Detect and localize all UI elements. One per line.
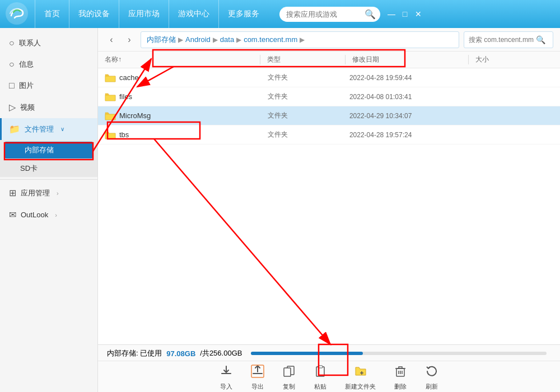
file-date-1: 2022-04-08 01:03:41 — [349, 93, 472, 101]
copy-icon — [282, 365, 296, 381]
sidebar-item-messages[interactable]: ○ 信息 — [0, 54, 97, 75]
file-name-3: tbs — [105, 130, 268, 139]
newfolder-label: 新建文件夹 — [345, 382, 376, 391]
back-button[interactable]: ‹ — [105, 33, 118, 46]
folder-icon-1 — [105, 92, 116, 101]
titlebar-search-icon[interactable]: 🔍 — [365, 9, 376, 20]
filemanager-expand-icon: ∨ — [60, 126, 64, 132]
refresh-label: 刷新 — [426, 382, 438, 391]
breadcrumb-android[interactable]: Android — [185, 35, 211, 44]
content-search-icon[interactable]: 🔍 — [536, 35, 545, 44]
toolbar: ‹ › 内部存储 ▶ Android ▶ data ▶ com.tencent.… — [98, 28, 560, 52]
file-name-1: files — [105, 92, 268, 101]
content-search-input[interactable] — [469, 36, 536, 44]
sidebar-item-video[interactable]: ▷ 视频 — [0, 96, 97, 118]
maximize-button[interactable]: □ — [400, 10, 409, 18]
sidebar-contacts-label: 联系人 — [19, 38, 41, 48]
file-name-0: cache — [105, 73, 268, 82]
col-size-header[interactable]: 大小 — [468, 55, 553, 64]
sidebar: ○ 联系人 ○ 信息 □ 图片 ▷ 视频 📁 文件管理 ∨ 内部存储 SD卡 ⊞… — [0, 28, 98, 392]
sidebar-item-appmanage[interactable]: ⊞ 应用管理 › — [0, 182, 97, 204]
sidebar-photos-label: 图片 — [19, 81, 34, 91]
sidebar-subitem-sdcard[interactable]: SD卡 — [0, 160, 97, 177]
newfolder-button[interactable]: 新建文件夹 — [345, 365, 376, 391]
bottom-actions: 导入 导出 复制 粘贴 — [98, 361, 560, 392]
delete-label: 删除 — [394, 382, 407, 391]
content-search[interactable]: 🔍 — [464, 31, 553, 48]
minimize-button[interactable]: — — [387, 10, 396, 18]
nav-appstore[interactable]: 应用市场 — [119, 0, 169, 28]
sidebar-appmanage-label: 应用管理 — [21, 188, 50, 198]
svg-rect-2 — [253, 373, 263, 374]
col-date-header[interactable]: 修改日期 — [345, 55, 469, 64]
breadcrumb-sep-2: ▶ — [213, 36, 218, 44]
outlook-icon: ✉ — [9, 209, 16, 220]
forward-button[interactable]: › — [123, 33, 136, 46]
file-date-3: 2022-04-28 19:57:24 — [349, 131, 472, 139]
statusbar: 内部存储: 已使用 97.08GB /共256.00GB 导入 — [98, 344, 560, 392]
storage-bar-fill — [251, 352, 363, 355]
storage-bar — [251, 352, 547, 355]
window-controls: — □ ✕ — [387, 10, 423, 18]
svg-rect-7 — [318, 366, 323, 368]
appmanage-icon: ⊞ — [9, 188, 16, 198]
sidebar-sub-items: 内部存储 SD卡 — [0, 140, 97, 177]
column-headers: 名称↑ 类型 修改日期 大小 — [98, 52, 560, 68]
breadcrumb-sep-1: ▶ — [178, 36, 183, 44]
nav-mydevice[interactable]: 我的设备 — [69, 0, 119, 28]
folder-icon-0 — [105, 73, 116, 82]
file-type-3: 文件夹 — [268, 130, 349, 139]
filemanager-icon: 📁 — [9, 124, 20, 134]
breadcrumb-data[interactable]: data — [220, 35, 234, 44]
breadcrumb-sep-3: ▶ — [236, 36, 241, 44]
close-button[interactable]: ✕ — [414, 10, 423, 18]
table-row[interactable]: MicroMsg 文件夹 2022-04-29 10:34:07 — [98, 106, 560, 125]
nav-home[interactable]: 首页 — [35, 0, 69, 28]
sidebar-item-outlook[interactable]: ✉ OutLook › — [0, 204, 97, 226]
nav-items: 首页 我的设备 应用市场 游戏中心 更多服务 — [35, 0, 268, 28]
newfolder-icon — [354, 365, 367, 381]
appmanage-arrow-icon: › — [57, 190, 59, 197]
nav-gamecenter[interactable]: 游戏中心 — [169, 0, 219, 28]
refresh-button[interactable]: 刷新 — [425, 365, 438, 391]
breadcrumb-sep-4: ▶ — [300, 36, 305, 44]
sidebar-item-photos[interactable]: □ 图片 — [0, 75, 97, 96]
outlook-arrow-icon: › — [55, 212, 57, 218]
import-icon — [220, 365, 233, 381]
nav-moreservices[interactable]: 更多服务 — [219, 0, 268, 28]
messages-icon: ○ — [9, 59, 15, 69]
col-type-header[interactable]: 类型 — [260, 55, 345, 64]
sidebar-item-filemanager[interactable]: 📁 文件管理 ∨ — [0, 118, 97, 140]
titlebar-search[interactable]: 🔍 — [279, 7, 380, 22]
sidebar-subitem-internal[interactable]: 内部存储 — [4, 142, 93, 158]
paste-button[interactable]: 粘贴 — [314, 365, 327, 391]
sidebar-filemanager-label: 文件管理 — [25, 124, 54, 134]
file-date-0: 2022-04-28 19:59:44 — [349, 74, 472, 82]
table-row[interactable]: tbs 文件夹 2022-04-28 19:57:24 — [98, 125, 560, 144]
breadcrumb[interactable]: 内部存储 ▶ Android ▶ data ▶ com.tencent.mm ▶ — [141, 31, 459, 48]
breadcrumb-package[interactable]: com.tencent.mm — [244, 35, 297, 44]
sidebar-video-label: 视频 — [20, 102, 35, 113]
file-type-0: 文件夹 — [268, 73, 349, 82]
svg-rect-6 — [316, 367, 324, 376]
svg-point-0 — [6, 2, 28, 25]
table-row[interactable]: cache 文件夹 2022-04-28 19:59:44 — [98, 68, 560, 87]
folder-icon-2 — [105, 111, 116, 120]
refresh-icon — [425, 365, 438, 381]
import-button[interactable]: 导入 — [220, 365, 233, 391]
storage-label: 内部存储: 已使用 — [107, 348, 162, 358]
file-type-2: 文件夹 — [268, 111, 349, 120]
photos-icon: □ — [9, 81, 15, 91]
svg-rect-5 — [284, 368, 291, 376]
paste-label: 粘贴 — [314, 382, 326, 391]
paste-icon — [314, 365, 327, 381]
titlebar-search-input[interactable] — [286, 10, 365, 18]
sidebar-item-contacts[interactable]: ○ 联系人 — [0, 32, 97, 54]
breadcrumb-internal[interactable]: 内部存储 — [147, 35, 176, 45]
copy-button[interactable]: 复制 — [282, 365, 296, 391]
col-name-header[interactable]: 名称↑ — [105, 55, 260, 64]
table-row[interactable]: files 文件夹 2022-04-08 01:03:41 — [98, 87, 560, 106]
export-button[interactable]: 导出 — [251, 365, 264, 391]
delete-button[interactable]: 删除 — [394, 365, 407, 391]
export-icon — [251, 365, 264, 381]
